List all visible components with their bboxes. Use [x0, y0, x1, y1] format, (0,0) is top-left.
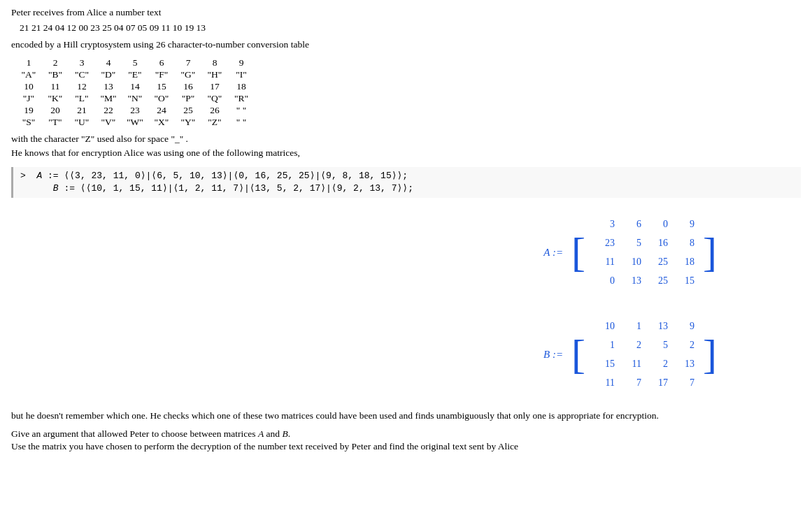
matrix-a-cell: 5 — [618, 233, 644, 252]
conv-letter: "B" — [42, 69, 69, 80]
matrix-b-cell: 2 — [644, 354, 671, 373]
matrix-a-display: A := [ 3 6 0 9 23 5 16 8 11 10 25 18 0 1… — [542, 212, 717, 293]
conv-num: 20 — [42, 105, 69, 116]
conv-letter: "F" — [148, 69, 175, 80]
conv-letter: "E" — [122, 69, 148, 80]
matrix-a-cell: 10 — [618, 252, 644, 271]
matrix-a-cell: 25 — [644, 252, 671, 271]
conv-letter: "O" — [148, 93, 175, 104]
maple-input-block: > A := ⟨⟨3, 23, 11, 0⟩|⟨6, 5, 10, 13⟩|⟨0… — [11, 167, 801, 198]
conv-letter: "M" — [95, 93, 122, 104]
conv-num: 14 — [122, 81, 148, 92]
conv-num: 19 — [15, 105, 42, 116]
bracket-right-b: ] — [703, 314, 717, 395]
matrix-a-label: A := — [542, 247, 563, 259]
conv-letter: "Z" — [201, 117, 228, 128]
with-char-note: with the character "Z" used also for spa… — [11, 133, 801, 145]
conv-letter: "Q" — [201, 93, 228, 104]
matrix-b-cell: 10 — [591, 317, 618, 335]
maple-prompt: > — [20, 171, 36, 181]
conv-letter: "U" — [69, 117, 95, 128]
conv-letter: "D" — [95, 69, 122, 80]
encoded-by: encoded by a Hill cryptosystem using 26 … — [11, 39, 801, 50]
matrix-b-cell: 2 — [618, 335, 644, 354]
give-text: Give an argument that allowed Peter to c… — [11, 428, 801, 440]
matrix-b-cell: 13 — [644, 317, 671, 335]
conv-num: 8 — [201, 57, 228, 68]
matrix-b-cell: 9 — [671, 317, 697, 335]
conv-letter: "X" — [148, 117, 175, 128]
numbers-row-2: 10 11 12 13 14 15 16 17 18 — [15, 81, 801, 92]
matrix-a-cell: 16 — [644, 233, 671, 252]
conv-letter: "K" — [42, 93, 69, 104]
conv-num: " " — [228, 105, 255, 116]
matrix-b-cell: 15 — [591, 354, 618, 373]
matrix-a-content: 3 6 0 9 23 5 16 8 11 10 25 18 0 13 25 15 — [587, 212, 701, 293]
conv-num: 22 — [95, 105, 122, 116]
matrix-b-cell: 13 — [671, 354, 697, 373]
conv-num: 18 — [228, 81, 255, 92]
letters-row-3: "S" "T" "U" "V" "W" "X" "Y" "Z" " " — [15, 117, 801, 128]
conv-num: 16 — [175, 81, 201, 92]
number-sequence: 21 21 24 04 12 00 23 25 04 07 05 09 11 1… — [20, 22, 801, 34]
matrix-a-cell: 25 — [644, 271, 671, 290]
matrix-b-brackets: [ 10 1 13 9 1 2 5 2 15 11 2 13 11 7 17 7… — [571, 314, 717, 395]
matrix-a-cell: 0 — [591, 271, 618, 290]
numbers-row-3: 19 20 21 22 23 24 25 26 " " — [15, 105, 801, 116]
conv-num: 6 — [148, 57, 175, 68]
conv-num: 26 — [201, 105, 228, 116]
conv-letter: "V" — [95, 117, 122, 128]
conv-num: 17 — [201, 81, 228, 92]
conv-letter: "W" — [122, 117, 148, 128]
conv-num: 5 — [122, 57, 148, 68]
conv-num: 15 — [148, 81, 175, 92]
matrix-b-cell: 2 — [671, 335, 697, 354]
conv-num: 24 — [148, 105, 175, 116]
matrix-a-cell: 0 — [644, 215, 671, 233]
matrix-b-label: B := — [542, 349, 563, 361]
matrix-a-cell: 3 — [591, 215, 618, 233]
matrix-b-cell: 5 — [644, 335, 671, 354]
conv-letter: "C" — [69, 69, 95, 80]
conv-num: 1 — [15, 57, 42, 68]
conv-letter: " " — [228, 117, 255, 128]
matrix-a-cell: 11 — [591, 252, 618, 271]
knows-text: He knows that for encryption Alice was u… — [11, 147, 801, 159]
bracket-right-a: ] — [703, 212, 717, 293]
matrix-a-cell: 15 — [671, 271, 697, 290]
bracket-left-b: [ — [571, 314, 585, 395]
conv-letter: "A" — [15, 69, 42, 80]
matrix-b-cell: 7 — [671, 373, 697, 392]
conv-num: 21 — [69, 105, 95, 116]
matrix-b-display: B := [ 10 1 13 9 1 2 5 2 15 11 2 13 11 7… — [542, 314, 717, 395]
matrix-a-cell: 9 — [671, 215, 697, 233]
conv-num: 2 — [42, 57, 69, 68]
matrix-a-cell: 18 — [671, 252, 697, 271]
matrix-b-cell: 7 — [618, 373, 644, 392]
conv-letter: "G" — [175, 69, 201, 80]
conv-num: 7 — [175, 57, 201, 68]
conv-letter: "H" — [201, 69, 228, 80]
matrix-b-cell: 1 — [618, 317, 644, 335]
maple-line-1: > A := ⟨⟨3, 23, 11, 0⟩|⟨6, 5, 10, 13⟩|⟨0… — [20, 170, 801, 181]
conv-letter: "P" — [175, 93, 201, 104]
conv-num: 23 — [122, 105, 148, 116]
matrix-b-cell: 11 — [591, 373, 618, 392]
matrix-b-cell: 11 — [618, 354, 644, 373]
conv-letter: "R" — [228, 93, 255, 104]
conversion-table: 1 2 3 4 5 6 7 8 9 "A" "B" "C" "D" "E" "F… — [15, 57, 801, 128]
conv-letter: "N" — [122, 93, 148, 104]
conv-num: 3 — [69, 57, 95, 68]
matrix-a-cell: 23 — [591, 233, 618, 252]
matrix-b-cell: 1 — [591, 335, 618, 354]
matrix-a-cell: 8 — [671, 233, 697, 252]
conv-letter: "T" — [42, 117, 69, 128]
conv-num: 25 — [175, 105, 201, 116]
conv-num: 9 — [228, 57, 255, 68]
conv-num: 4 — [95, 57, 122, 68]
use-text: Use the matrix you have chosen to perfor… — [11, 441, 801, 452]
conv-letter: "S" — [15, 117, 42, 128]
matrix-a-cell: 6 — [618, 215, 644, 233]
matrix-b-content: 10 1 13 9 1 2 5 2 15 11 2 13 11 7 17 7 — [587, 314, 701, 395]
matrix-a-cell: 13 — [618, 271, 644, 290]
